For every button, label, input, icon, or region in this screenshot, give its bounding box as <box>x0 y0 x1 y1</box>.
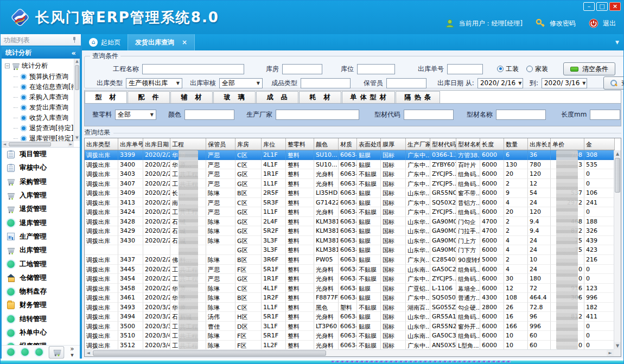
date-from-picker[interactable]: 2020/ 2/16▼ <box>477 78 523 88</box>
sidebar-item-1[interactable]: 审核中心 <box>2 161 80 175</box>
column-header-15[interactable]: 长度 <box>480 138 504 150</box>
column-header-17[interactable]: 出库长度 <box>528 138 551 150</box>
table-row-2[interactable]: 调拨出库34032020/2/25工 共工程严思G区1R1F整料光身料6063-… <box>85 169 614 179</box>
color-input[interactable] <box>184 110 234 120</box>
sidebar-item-2[interactable]: 采购管理 <box>2 175 80 189</box>
out-type-select[interactable]: 生产领料出库▼ <box>126 78 182 88</box>
tree-item-3[interactable]: 发货出库查询 <box>2 103 80 113</box>
tree-item-2[interactable]: 采购入库查询 <box>2 92 80 103</box>
sidebar-item-0[interactable]: 项目管理 <box>2 148 80 161</box>
column-header-13[interactable]: 型材代码 <box>430 138 456 150</box>
table-row-16[interactable]: 调拨出库34932020/3/2华 原...陈琳C区1L1F整料黑色塑料不贴膜国… <box>85 303 614 312</box>
table-row-11[interactable]: 调拨出库34372020/2/27佛 料...陈琳B区3R6F整料PW05606… <box>85 255 614 265</box>
sidebar-item-14[interactable]: 报废管理 <box>2 340 80 345</box>
radio-work[interactable]: 工装 <box>497 65 519 74</box>
tree-root[interactable]: − 统计分析 <box>2 59 80 72</box>
collapse-icon[interactable]: « <box>72 49 76 57</box>
sidebar-item-13[interactable]: 补单中心 <box>2 326 80 340</box>
grid-horizontal-scrollbar[interactable]: ◄ ► <box>85 349 614 356</box>
minimize-button[interactable]: – <box>583 2 595 11</box>
tree-item-5[interactable]: 退货查询[待定] <box>2 123 80 133</box>
column-header-8[interactable]: 颜色 <box>314 138 339 150</box>
date-to-picker[interactable]: 2020/ 3/16▼ <box>542 78 587 88</box>
tree-item-0[interactable]: 预算执行查询 <box>2 72 80 82</box>
sidebar-item-5[interactable]: 退库管理 <box>2 216 80 229</box>
tabbar-caret-icon[interactable]: ▼ <box>615 40 619 45</box>
logout-link[interactable]: 退出 <box>603 19 616 28</box>
column-header-7[interactable]: 整零料 <box>286 138 314 150</box>
column-header-12[interactable]: 生产厂家 <box>406 138 430 150</box>
table-row-19[interactable]: 调拨出库35102020/3/4工 共工程陈琳F区5R1F整料光身料6063-T… <box>85 331 614 341</box>
sidebar-item-10[interactable]: 物料盘存 <box>2 285 80 298</box>
tab-close-icon[interactable]: × <box>182 39 187 46</box>
column-header-3[interactable]: 工程 <box>170 138 206 150</box>
warehouse-input[interactable] <box>282 64 322 74</box>
code-input[interactable] <box>404 110 454 120</box>
column-header-11[interactable]: 膜厚 <box>381 138 406 150</box>
column-header-0[interactable]: 出库类型 <box>85 138 118 150</box>
close-button[interactable]: × <box>609 2 621 11</box>
table-row-1[interactable]: 调拨出库34002020/2/25华 原...严思C区4L1F整料SU10...… <box>85 160 614 170</box>
table-row-10[interactable]: G区3L3F整料KLM38176063-T5贴膜国标山东华...GA90M09.… <box>85 245 614 255</box>
dot-icon[interactable] <box>35 348 43 356</box>
tree-horizontal-scrollbar[interactable]: ◄ ► <box>2 141 74 147</box>
material-tab-6[interactable]: 单 体 型 材 <box>342 91 395 103</box>
table-row-13[interactable]: 调拨出库34542020/2/28工 共工程严思G区1R1F整料光身料6063-… <box>85 274 614 284</box>
table-row-0[interactable]: 调拨出库33992020/2/25华 原...严思C区2L1F整料SU10...… <box>85 150 614 160</box>
clear-conditions-button[interactable]: 清空条件 <box>563 62 615 75</box>
radio-home[interactable]: 家装 <box>526 65 548 74</box>
sidebar-item-4[interactable]: 退货管理 <box>2 202 80 216</box>
sidebar-item-7[interactable]: 出库管理 <box>2 244 80 257</box>
table-row-3[interactable]: 调拨出库34072020/2/25工 共工程严思G区1L1F整料光身料6063-… <box>85 179 614 189</box>
dot-icon[interactable] <box>7 348 15 356</box>
tab-shipping-query[interactable]: 发货出库查询 × <box>128 34 195 50</box>
keeper-input[interactable] <box>386 78 426 88</box>
tree-item-1[interactable]: 在途信息查询[待 <box>2 82 80 92</box>
material-tab-4[interactable]: 成 品 <box>256 91 298 103</box>
table-row-12[interactable]: 调拨出库34452020/2/27工 共工程严思F区5R1F整料光身料6063-… <box>85 265 614 274</box>
pin-icon[interactable] <box>72 37 77 43</box>
table-row-18[interactable]: 调拨出库35002020/3/3工 共工程曹佳D区3L1F整料LT3P60606… <box>85 322 614 331</box>
order-no-input[interactable] <box>447 64 483 74</box>
column-header-4[interactable]: 保管员 <box>206 138 235 150</box>
material-tab-1[interactable]: 配 件 <box>128 91 170 103</box>
column-header-5[interactable]: 库房 <box>235 138 262 150</box>
sidebar-item-12[interactable]: 结转管理 <box>2 312 80 326</box>
sidebar-item-8[interactable]: 工地管理 <box>2 257 80 271</box>
product-type-input[interactable] <box>301 78 351 88</box>
table-row-9[interactable]: 调拨出库34302020/2/26石 城陈琳G区3L3F整料KLM3817606… <box>85 236 614 246</box>
maximize-button[interactable]: □ <box>596 2 608 11</box>
overflow-icon[interactable]: »▼ <box>70 346 74 358</box>
column-header-19[interactable]: 金 <box>584 138 615 150</box>
sidebar-item-3[interactable]: 入库管理 <box>2 189 80 202</box>
column-header-6[interactable]: 库位 <box>262 138 286 150</box>
audit-select[interactable]: 全部▼ <box>219 78 263 88</box>
sidebar-item-9[interactable]: 仓储管理 <box>2 271 80 285</box>
column-header-18[interactable]: 单价 <box>551 138 584 150</box>
tree-item-4[interactable]: 收货入库查询 <box>2 113 80 123</box>
table-row-17[interactable]: 调拨出库34942020/3/2石 辉城汤伟H区5R1F整料光身料6063-T5… <box>85 312 614 322</box>
column-header-10[interactable]: 表面处理 <box>357 138 381 150</box>
sidebar-item-11[interactable]: 财务管理 <box>2 298 80 312</box>
table-row-7[interactable]: 调拨出库34282020/2/26石 城陈琳G区2L4F整料KLM3817606… <box>85 217 614 227</box>
location-input[interactable] <box>357 64 395 74</box>
material-tab-3[interactable]: 玻 璃 <box>213 91 256 103</box>
tree-vertical-scrollbar[interactable]: ▲ ▼ <box>74 59 80 141</box>
table-row-14[interactable]: 调拨出库34582020/2/28华 原...陈琳C区4L1F整料光身料6063… <box>85 284 614 293</box>
material-tab-0[interactable]: 型 材 <box>85 91 127 103</box>
grid-vertical-scrollbar[interactable]: ▲ ▼ <box>614 150 621 349</box>
search-button[interactable]: 查 询 <box>603 76 623 90</box>
whole-select[interactable]: 全部▼ <box>115 110 156 120</box>
column-header-14[interactable]: 型材名称 <box>456 138 480 150</box>
material-tab-5[interactable]: 耗 材 <box>299 91 341 103</box>
table-row-8[interactable]: 调拨出库34292020/2/26石 城陈琳G区5R2F整料KLM3817606… <box>85 226 614 236</box>
table-row-15[interactable]: 调拨出库34612020/2/28华 原...陈琳B区1R2F整料F8877FT… <box>85 293 614 303</box>
expander-icon[interactable]: − <box>5 63 10 68</box>
table-row-20[interactable]: 调拨出库35122020/3/4工 共工程陈琳F区1L2F整料光身料6063-T… <box>85 341 614 349</box>
material-tab-2[interactable]: 辅 材 <box>170 91 213 103</box>
name-input[interactable] <box>496 110 546 120</box>
table-row-6[interactable]: 调拨出库34242020/2/26工 共工程严思G区1L1F整料光身料6063-… <box>85 207 614 217</box>
change-password-link[interactable]: 修改密码 <box>550 19 576 28</box>
length-input[interactable] <box>590 110 620 120</box>
tab-home[interactable]: ⌂ 起始页 <box>82 34 128 50</box>
